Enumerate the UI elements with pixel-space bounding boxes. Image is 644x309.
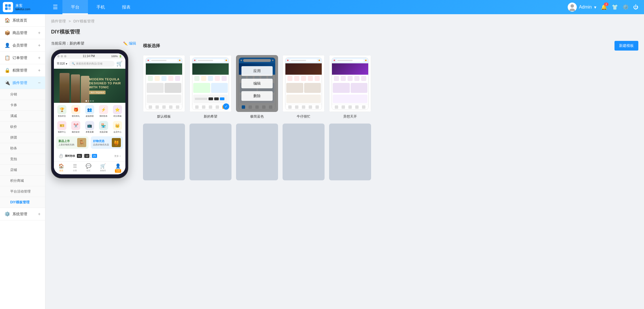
sidebar-sub-item-activity[interactable]: 平台活动管理 [0,186,45,197]
nav-tab-platform[interactable]: 平台 [62,0,88,14]
edit-link[interactable]: ✏️ 编辑 [123,41,136,46]
template-thumb-cowboy[interactable] [283,55,325,112]
sidebar-item-permissions[interactable]: 🔒 权限管理 + [0,64,45,77]
template-delete-button[interactable]: 删除 [241,91,273,101]
sidebar-sub-item-fxiao[interactable]: 分销 [0,89,45,100]
dot-4 [92,100,94,102]
icon-store[interactable]: 🏪 优选店铺 [99,121,108,133]
search-icon: 🔍 [72,62,75,65]
flash-more[interactable]: 更多 > [114,154,121,158]
template-thumb-empty-3[interactable] [236,124,278,180]
sidebar-sub-item-coupon[interactable]: 卡券 [0,100,45,111]
bottom-nav-cart[interactable]: 🛒 购物车 [100,163,106,173]
settings-button[interactable]: ⚙️ [622,4,629,10]
mini-bottom-cowboy [285,104,322,110]
bottom-nav-category[interactable]: ☰ 分类 [73,163,77,173]
shirt-button[interactable]: 👕 [612,4,618,10]
sidebar-sub-item-store[interactable]: 店铺 [0,165,45,176]
mini-products-newhope [192,82,229,94]
plugin-submenu: 分销 卡券 满减 砍价 拼团 秒杀 竞拍 店铺 积分商城 平台活动管理 DIY模… [0,89,45,208]
template-item-empty-1 [143,124,185,180]
template-thumb-empty-5[interactable] [329,124,371,180]
mini-dot-orange [179,60,180,61]
members-expand-icon: + [38,43,41,48]
banner-title: MODERN TEQUILA DESIGNED TO PAIR WITH TON… [89,77,121,89]
system-icon: ⚙️ [5,211,10,217]
sidebar-item-members[interactable]: 👤 会员管理 + [0,39,45,52]
members-icon: 👤 [5,43,10,48]
template-item-fancy: 异想天开 [329,55,371,119]
template-thumb-fancy[interactable] [329,55,371,112]
template-apply-button[interactable]: 应用 [241,66,273,76]
icon-bargain[interactable]: ✂️ 疯狂砍价 [71,121,80,133]
template-thumb-empty-1[interactable] [143,124,185,180]
admin-user[interactable]: Admin ▾ [568,3,596,12]
icon-coupon[interactable]: 🎫 领券中心 [57,121,66,133]
location-arrow-icon: ▾ [66,62,67,65]
icon-live[interactable]: 📺 来客直播 [85,121,94,133]
mini-phone-fancy [332,57,369,110]
icon-group[interactable]: 👥 超值拼团 [85,105,94,118]
bottom-nav-community[interactable]: 💬 社区 [86,163,91,173]
content-row: 当前应用：新的希望 ✏️ 编辑 [51,41,638,180]
sidebar-item-orders[interactable]: 📋 订单管理 + [0,52,45,64]
template-thumb-empty-4[interactable] [283,124,325,180]
phone-app-header: 市北区 ▾ 🔍 搜索您想看的商品/店铺 🛒 [54,59,125,69]
template-name-fancy: 异想天开 [329,114,371,119]
sidebar-sub-item-auction[interactable]: 竞拍 [0,154,45,165]
icon-points[interactable]: ⭐ 积分商城 [113,105,122,118]
sidebar-sub-item-flash[interactable]: 秒杀 [0,143,45,154]
icon-checkin[interactable]: 🎁 签到有礼 [71,105,80,118]
svg-point-4 [571,4,574,8]
mini-bottom-fancy [332,104,368,110]
nav-tab-report[interactable]: 报表 [113,0,139,14]
dot-3 [90,100,92,102]
sidebar-sub-item-group[interactable]: 拼团 [0,132,45,143]
sidebar-item-plugins[interactable]: 🔌 插件管理 − [0,77,45,89]
mini-icons-fancy [332,75,368,82]
sidebar-item-system[interactable]: ⚙️ 系统管理 + [0,208,45,220]
svg-rect-3 [8,7,11,10]
mini-phone-fancy-header [332,58,368,63]
template-edit-button[interactable]: 编辑 [241,79,273,88]
notification-button[interactable]: 🔔 2 [601,4,607,10]
new-template-button[interactable]: 新建模板 [614,41,638,51]
dot-1 [86,100,87,102]
template-thumb-blue[interactable]: 应用 编辑 删除 [236,55,278,112]
bottom-nav-home[interactable]: 🏠 首页 [58,163,64,173]
hamburger-button[interactable]: ☰ [48,4,62,11]
sidebar-item-products[interactable]: 📦 商品管理 + [0,27,45,39]
template-item-empty-2 [190,124,231,180]
mini-phone-cowboy [285,57,322,110]
power-button[interactable]: ⏻ [633,4,638,10]
icon-auction[interactable]: 🏆 竞拍夺宝 [57,105,66,118]
mini-banner-default [146,63,182,75]
phone-search-bar[interactable]: 🔍 搜索您想看的商品/店铺 [69,61,115,67]
icon-flash[interactable]: ⚡ 限时秒杀 [99,105,108,118]
sidebar-sub-item-diy[interactable]: DIY模板管理 [0,197,45,208]
mini-products-default [146,82,182,94]
template-thumb-default[interactable] [143,55,185,112]
good-products-card[interactable]: 好物优选 品质好物优先选 🍯 [91,136,123,149]
bottom-community-icon: 💬 [86,163,91,169]
dot-2 [88,100,89,102]
template-thumb-newhope[interactable]: ✓ [190,55,231,112]
breadcrumb-current: DIY模板管理 [73,19,94,23]
bottom-nav-current[interactable]: 👤 当前 [115,163,121,173]
banner-cta[interactable]: BUY TEQUILA [89,91,106,94]
system-expand-icon: + [38,212,41,217]
mini-search-bar [150,59,178,62]
sidebar-sub-item-discount[interactable]: 满减 [0,111,45,122]
sidebar-sub-item-points[interactable]: 积分商城 [0,176,45,186]
phone-cart[interactable]: 🛒 [116,60,123,67]
sidebar-item-home[interactable]: 🏠 系统首页 [0,14,45,27]
template-thumb-empty-2[interactable] [190,124,231,180]
products-icon: 📦 [5,30,10,36]
new-products-card[interactable]: 新品上市 上新好物抢先购 🪑 [56,136,89,149]
phone-notch [57,55,66,57]
nav-tab-mobile[interactable]: 手机 [88,0,113,14]
icon-member[interactable]: 👑 会员中心 [113,121,122,133]
new-products-label: 新品上市 [58,139,74,143]
sidebar-sub-item-bargain[interactable]: 砍价 [0,122,45,132]
template-name-blue: 极简蓝色 [236,114,278,119]
